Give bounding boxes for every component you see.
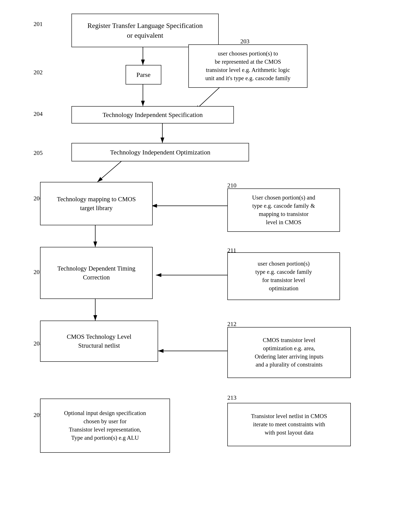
box-205-text: Technology Independent Optimization bbox=[110, 148, 210, 157]
box-203-text: user chooses portion(s) to be represente… bbox=[205, 50, 290, 82]
box-202-text: Parse bbox=[136, 70, 150, 79]
label-213: 213 bbox=[227, 394, 237, 401]
diagram-container: 201 Register Transfer Language Specifica… bbox=[0, 0, 401, 532]
box-208-text: CMOS Technology Level Structural netlist bbox=[67, 332, 132, 350]
label-212: 212 bbox=[227, 321, 237, 328]
box-206-text: Technology mapping to CMOS target librar… bbox=[57, 195, 136, 212]
box-212-text: CMOS transistor level optimization e.g. … bbox=[255, 336, 323, 369]
box-202: Parse bbox=[125, 65, 161, 84]
box-207-text: Technology Dependent Timing Correction bbox=[57, 264, 135, 282]
box-203: user chooses portion(s) to be represente… bbox=[188, 44, 307, 88]
box-213: Transistor level netlist in CMOS iterate… bbox=[227, 403, 351, 446]
box-204-text: Technology Independent Specification bbox=[103, 110, 203, 119]
box-201: Register Transfer Language Specification… bbox=[71, 14, 219, 47]
box-207: Technology Dependent Timing Correction bbox=[40, 247, 153, 299]
box-209: Optional input design specification chos… bbox=[40, 399, 170, 453]
box-213-text: Transistor level netlist in CMOS iterate… bbox=[251, 412, 327, 437]
svg-line-5 bbox=[97, 161, 121, 182]
box-204: Technology Independent Specification bbox=[71, 106, 234, 123]
box-210: User chosen portion(s) and type e.g. cas… bbox=[227, 189, 340, 232]
box-206: Technology mapping to CMOS target librar… bbox=[40, 182, 153, 225]
label-201: 201 bbox=[34, 21, 43, 27]
label-210: 210 bbox=[227, 182, 237, 189]
box-209-text: Optional input design specification chos… bbox=[64, 409, 146, 442]
box-211-text: user chosen portion(s) type e.g. cascode… bbox=[255, 260, 312, 292]
label-203: 203 bbox=[240, 38, 250, 45]
label-204: 204 bbox=[34, 110, 43, 117]
box-212: CMOS transistor level optimization e.g. … bbox=[227, 327, 351, 378]
box-205: Technology Independent Optimization bbox=[71, 143, 249, 161]
label-202: 202 bbox=[34, 69, 43, 76]
box-210-text: User chosen portion(s) and type e.g. cas… bbox=[252, 194, 315, 226]
box-201-text: Register Transfer Language Specification… bbox=[88, 21, 203, 40]
box-211: user chosen portion(s) type e.g. cascode… bbox=[227, 252, 340, 300]
box-208: CMOS Technology Level Structural netlist bbox=[40, 321, 158, 362]
label-205: 205 bbox=[34, 149, 43, 156]
